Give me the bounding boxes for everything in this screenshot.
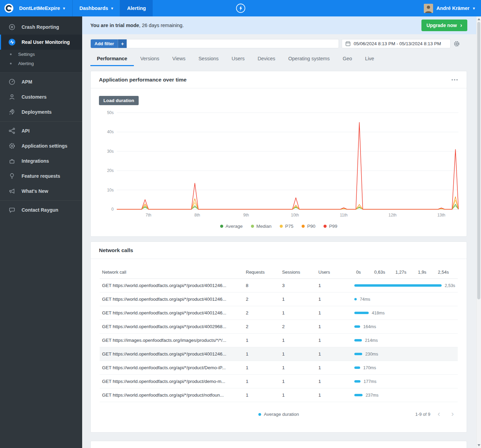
dashboards-menu[interactable]: Dashboards ▾	[73, 0, 120, 16]
app-switcher[interactable]: DontLetMeExpire ▾	[18, 0, 73, 16]
load-duration-toggle[interactable]: Load duration	[99, 96, 139, 105]
sidebar-item-rum-settings[interactable]: Settings	[0, 50, 82, 59]
settings-gear-icon[interactable]	[453, 40, 460, 47]
legend-item-p90[interactable]: P90	[302, 224, 315, 229]
scroll-up-arrow[interactable]	[478, 18, 480, 20]
network-call-url[interactable]: GET https://world.openfoodfacts.org/api/…	[100, 283, 246, 288]
requests-value: 1	[246, 351, 282, 357]
svg-text:8th: 8th	[194, 213, 200, 217]
upgrade-now-button[interactable]: Upgrade now ›	[421, 20, 467, 31]
sidebar-item-feature-requests[interactable]: Feature requests	[0, 169, 82, 184]
duration-bar-cell: 237ms	[354, 393, 458, 398]
table-row[interactable]: GET https://world.openfoodfacts.org/api/…	[100, 347, 458, 361]
table-row[interactable]: GET https://world.openfoodfacts.org/api/…	[100, 279, 458, 293]
requests-value: 1	[246, 365, 282, 370]
raygun-flare-icon[interactable]	[235, 3, 246, 15]
sidebar-item-crash-reporting[interactable]: Crash Reporting	[0, 20, 82, 35]
filter-bar[interactable]: Add filter +	[90, 39, 339, 48]
sidebar-item-apm[interactable]: APM	[0, 74, 82, 89]
tab-users[interactable]: Users	[225, 52, 251, 66]
sidebar-item-api[interactable]: API	[0, 123, 82, 138]
legend-item-median[interactable]: Median	[251, 224, 271, 229]
table-row[interactable]: GET https://images.openfoodfacts.org/ima…	[100, 334, 458, 347]
upgrade-now-label: Upgrade now	[427, 23, 457, 28]
sidebar-sub-label: Settings	[18, 52, 35, 57]
sidebar-item-integrations[interactable]: Integrations	[0, 153, 82, 169]
network-calls-card: Network calls Network call Requests Sess…	[90, 241, 467, 433]
network-call-url[interactable]: GET https://world.openfoodfacts.org/api/…	[100, 393, 246, 398]
table-row[interactable]: GET https://world.openfoodfacts.org/api/…	[100, 375, 458, 388]
sidebar-label: What's New	[22, 188, 48, 194]
column-users[interactable]: Users	[318, 270, 354, 275]
sidebar-item-whats-new[interactable]: What's New	[0, 184, 82, 199]
table-row[interactable]: GET https://world.openfoodfacts.org/api/…	[100, 306, 458, 320]
tab-performance[interactable]: Performance	[90, 52, 134, 66]
raygun-logo[interactable]	[0, 0, 18, 16]
column-network-call[interactable]: Network call	[100, 270, 246, 275]
column-requests[interactable]: Requests	[246, 270, 282, 275]
lightbulb-icon	[8, 172, 16, 180]
network-call-url[interactable]: GET https://world.openfoodfacts.org/api/…	[100, 365, 246, 370]
users-value: 1	[318, 379, 354, 384]
tab-operating-systems[interactable]: Operating systems	[282, 52, 336, 66]
chart-legend: AverageMedianP75P90P99	[91, 222, 467, 236]
tab-sessions[interactable]: Sessions	[192, 52, 225, 66]
scroll-down-arrow[interactable]	[478, 444, 480, 446]
sessions-value: 1	[282, 351, 318, 357]
svg-text:10th: 10th	[291, 213, 299, 217]
legend-item-p99[interactable]: P99	[324, 224, 337, 229]
trial-banner: You are in trial mode , 26 days remainin…	[82, 16, 476, 34]
prev-page-button[interactable]: ‹	[434, 408, 444, 420]
sidebar-label: Customers	[22, 94, 47, 100]
column-sessions[interactable]: Sessions	[282, 270, 318, 275]
sidebar-item-rum-alerting[interactable]: Alerting	[0, 59, 82, 68]
alerting-menu[interactable]: Alerting	[120, 0, 153, 16]
chat-bubble-icon	[8, 206, 16, 214]
users-value: 1	[318, 310, 354, 315]
tab-devices[interactable]: Devices	[251, 52, 282, 66]
topbar: DontLetMeExpire ▾ Dashboards ▾ Alerting	[0, 0, 481, 16]
users-value: 1	[318, 324, 354, 329]
tab-live[interactable]: Live	[358, 52, 381, 66]
legend-dot-icon	[280, 225, 283, 228]
scale-tick: 2,54s	[438, 270, 449, 275]
scrollbar-thumb[interactable]	[477, 22, 480, 299]
table-row[interactable]: GET https://world.openfoodfacts.org/api/…	[100, 320, 458, 334]
sidebar-item-deployments[interactable]: Deployments	[0, 104, 82, 120]
network-call-url[interactable]: GET https://world.openfoodfacts.org/api/…	[100, 324, 246, 329]
svg-text:9th: 9th	[243, 213, 249, 217]
sidebar-label: APM	[22, 79, 32, 85]
sidebar-item-customers[interactable]: Customers	[0, 89, 82, 104]
tab-geo[interactable]: Geo	[336, 52, 358, 66]
network-call-url[interactable]: GET https://world.openfoodfacts.org/api/…	[100, 379, 246, 384]
network-call-url[interactable]: GET https://world.openfoodfacts.org/api/…	[100, 310, 246, 315]
add-filter-button[interactable]: Add filter +	[91, 39, 127, 48]
network-call-url[interactable]: GET https://world.openfoodfacts.org/api/…	[100, 351, 246, 357]
tab-views[interactable]: Views	[166, 52, 192, 66]
date-range-picker[interactable]: 05/06/2024 8:13 PM - 05/13/2024 8:13 PM	[342, 39, 451, 48]
duration-label: 177ms	[364, 379, 377, 384]
user-menu[interactable]: André Krämer ▾	[418, 0, 481, 16]
next-page-button[interactable]: ›	[447, 408, 458, 420]
dashboards-label: Dashboards	[79, 5, 108, 11]
trial-banner-text: , 26 days remaining.	[139, 23, 184, 28]
real-user-monitoring-icon	[8, 38, 16, 46]
main-content: You are in trial mode , 26 days remainin…	[82, 16, 481, 448]
requests-value: 1	[246, 393, 282, 398]
scrollbar[interactable]	[476, 16, 481, 448]
legend-item-average[interactable]: Average	[220, 224, 243, 229]
sidebar-item-application-settings[interactable]: Application settings	[0, 138, 82, 153]
card-menu-icon[interactable]	[451, 77, 458, 83]
table-row[interactable]: GET https://world.openfoodfacts.org/api/…	[100, 388, 458, 402]
table-row[interactable]: GET https://world.openfoodfacts.org/api/…	[100, 293, 458, 306]
network-call-url[interactable]: GET https://world.openfoodfacts.org/api/…	[100, 297, 246, 302]
network-call-url[interactable]: GET https://images.openfoodfacts.org/ima…	[100, 338, 246, 343]
requests-value: 2	[246, 310, 282, 315]
table-row[interactable]: GET https://world.openfoodfacts.org/api/…	[100, 361, 458, 375]
legend-item-p75[interactable]: P75	[280, 224, 293, 229]
sidebar-item-real-user-monitoring[interactable]: Real User Monitoring	[0, 35, 82, 50]
plus-icon[interactable]: +	[118, 39, 127, 48]
sidebar-item-contact-raygun[interactable]: Contact Raygun	[0, 202, 82, 217]
trial-banner-bold-text: You are in trial mode	[90, 23, 139, 28]
tab-versions[interactable]: Versions	[134, 52, 166, 66]
